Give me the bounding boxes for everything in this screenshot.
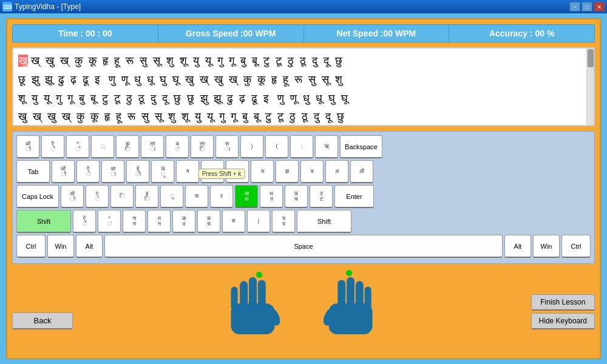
right-hand-svg — [314, 269, 381, 342]
current-char: खु — [18, 55, 28, 67]
keyboard-row-4: Shift ऐै ^ं णण तन कव ळस श | यय Shift — [16, 210, 591, 233]
key-0[interactable]: ( — [265, 135, 288, 158]
time-stat: Time : 00 : 00 — [13, 25, 158, 42]
hide-keyboard-button[interactable]: Hide Keyboard — [531, 313, 595, 329]
key-backtick[interactable]: ओौ — [16, 135, 39, 158]
key-alt-right[interactable]: Alt — [504, 235, 531, 258]
key-b[interactable]: कव — [172, 210, 195, 233]
left-hand-svg — [223, 269, 290, 342]
key-6[interactable]: बे — [166, 135, 189, 158]
svg-rect-8 — [347, 277, 354, 308]
key-m[interactable]: श — [222, 210, 245, 233]
close-button[interactable]: ✕ — [594, 2, 605, 12]
keyboard-row-5: Ctrl Win Alt Space Alt Win Ctrl — [16, 235, 591, 258]
keyboard-row-3: Caps Lock ओो एे ि इि ु फ र Press Shift +… — [16, 185, 591, 208]
key-7[interactable]: त्रि — [191, 135, 214, 158]
virtual-keyboard: ओौ ऍें ^ँ ् झि त्रा बे त्रि सा ) ( : ऋ B… — [12, 131, 595, 264]
key-win-left[interactable]: Win — [47, 235, 74, 258]
keyboard-row-2: Tab ऑौ ऐे आा ईी ऊू म ब घ घ झ ड अ ऑ — [16, 160, 591, 183]
key-4[interactable]: झि — [116, 135, 139, 158]
gross-speed-stat: Gross Speed :00 WPM — [158, 25, 304, 42]
key-l[interactable]: थत — [260, 185, 283, 208]
key-2[interactable]: ^ँ — [66, 135, 89, 158]
key-o[interactable]: घ — [251, 160, 274, 183]
key-1[interactable]: ऍें — [41, 135, 64, 158]
app-icon: ⌨ — [2, 2, 12, 12]
titlebar-title: TypingVidha - [Type] — [15, 2, 81, 11]
key-ctrl-left[interactable]: Ctrl — [16, 235, 46, 258]
key-3[interactable]: ् — [91, 135, 114, 158]
key-quote[interactable]: ठट — [310, 185, 333, 208]
key-tab[interactable]: Tab — [16, 160, 50, 183]
key-bracket-r[interactable]: अ — [325, 160, 348, 183]
key-f[interactable]: इि — [135, 185, 158, 208]
main-content: Time : 00 : 00 Gross Speed :00 WPM Net S… — [0, 13, 607, 364]
key-9[interactable]: ) — [240, 135, 263, 158]
key-5[interactable]: त्रा — [141, 135, 164, 158]
key-shift-right[interactable]: Shift — [297, 210, 351, 233]
key-comma[interactable]: | — [247, 210, 270, 233]
key-t[interactable]: ऊू — [151, 160, 174, 183]
right-buttons: Finish Lesson Hide Keyboard — [531, 294, 595, 329]
key-j[interactable]: र Press Shift + k — [210, 185, 233, 208]
key-semicolon[interactable]: छच — [285, 185, 308, 208]
key-d[interactable]: ि — [110, 185, 134, 208]
key-k[interactable]: खक — [235, 185, 258, 208]
key-p[interactable]: झ — [276, 160, 299, 183]
key-backslash[interactable]: ऑ — [350, 160, 373, 183]
svg-rect-5 — [231, 303, 275, 334]
key-c[interactable]: णण — [123, 210, 146, 233]
svg-rect-11 — [329, 303, 373, 334]
minimize-button[interactable]: − — [569, 2, 580, 12]
maximize-button[interactable]: □ — [582, 2, 592, 12]
tooltip-press-shift: Press Shift + k — [198, 169, 245, 179]
key-h[interactable]: फ — [185, 185, 208, 208]
key-period[interactable]: यय — [272, 210, 295, 233]
text-line-3: शू यु यू गु गू बु बू टु टू ठु ठू दु दू छ… — [18, 90, 589, 107]
key-x[interactable]: ^ं — [98, 210, 121, 233]
key-q[interactable]: ऑौ — [52, 160, 75, 183]
key-enter[interactable]: Enter — [334, 185, 374, 208]
back-button[interactable]: Back — [12, 312, 73, 329]
text-line-1: खु ख् खु ख् कु कू हृ हू रू सु सू शु शू य… — [18, 52, 589, 70]
key-8[interactable]: सा — [215, 135, 239, 158]
keyboard-row-1: ओौ ऍें ^ँ ् झि त्रा बे त्रि सा ) ( : ऋ B… — [16, 135, 591, 158]
stats-bar: Time : 00 : 00 Gross Speed :00 WPM Net S… — [12, 24, 595, 42]
finish-lesson-button[interactable]: Finish Lesson — [531, 294, 595, 311]
text-line-2: छू झु झू ढु ढ़ ढू इ णु णू धु धू घु घू खु… — [18, 71, 589, 89]
key-win-right[interactable]: Win — [533, 235, 560, 258]
key-equals[interactable]: ऋ — [315, 135, 338, 158]
left-hand — [223, 269, 290, 342]
key-shift-left[interactable]: Shift — [16, 210, 71, 233]
key-ctrl-right[interactable]: Ctrl — [561, 235, 591, 258]
key-g[interactable]: ु — [160, 185, 183, 208]
right-hand — [314, 269, 381, 342]
key-bracket-l[interactable]: ड — [300, 160, 324, 183]
key-backspace[interactable]: Backspace — [340, 135, 382, 158]
key-y[interactable]: म — [176, 160, 199, 183]
key-alt-left[interactable]: Alt — [76, 235, 103, 258]
key-s[interactable]: एे — [86, 185, 109, 208]
net-speed-stat: Net Speed :00 WPM — [304, 25, 450, 42]
key-minus[interactable]: : — [290, 135, 313, 158]
hands-center — [223, 269, 381, 342]
titlebar: ⌨ TypingVidha - [Type] − □ ✕ — [0, 0, 607, 13]
text-line-4: खु ख् खु ख् कु कू हृ हू रू सु सू शु शू य… — [18, 108, 589, 126]
key-a[interactable]: ओो — [61, 185, 84, 208]
app-window: Time : 00 : 00 Gross Speed :00 WPM Net S… — [6, 18, 601, 359]
key-space[interactable]: Space — [104, 235, 503, 258]
svg-rect-2 — [249, 277, 257, 308]
key-capslock[interactable]: Caps Lock — [16, 185, 59, 208]
key-z[interactable]: ऐै — [73, 210, 96, 233]
hands-area: Back — [12, 269, 595, 342]
titlebar-controls[interactable]: − □ ✕ — [569, 2, 605, 12]
typing-text-area: खु ख् खु ख् कु कू हृ हू रू सु सू शु शू य… — [12, 47, 595, 126]
accuracy-stat: Accuracy : 00 % — [449, 25, 594, 42]
key-n[interactable]: ळस — [197, 210, 220, 233]
key-r[interactable]: ईी — [126, 160, 149, 183]
key-w[interactable]: ऐे — [76, 160, 100, 183]
key-e[interactable]: आा — [101, 160, 124, 183]
key-v[interactable]: तन — [148, 210, 171, 233]
